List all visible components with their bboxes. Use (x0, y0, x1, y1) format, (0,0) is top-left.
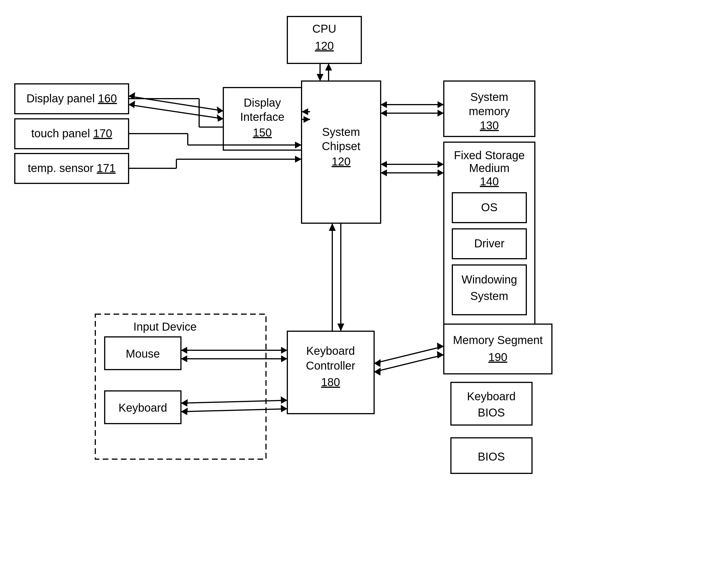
svg-text:130: 130 (480, 119, 499, 132)
diagram-main: text { font-family: Arial, sans-serif; f… (0, 0, 728, 574)
svg-text:120: 120 (332, 155, 351, 168)
svg-text:Mouse: Mouse (126, 347, 160, 360)
svg-text:Display panel 160: Display panel 160 (27, 92, 117, 105)
svg-text:Keyboard: Keyboard (467, 390, 515, 403)
svg-rect-158 (287, 331, 374, 414)
svg-text:OS: OS (481, 201, 498, 213)
svg-text:Keyboard: Keyboard (118, 402, 167, 414)
svg-text:Medium: Medium (469, 162, 509, 174)
svg-text:Driver: Driver (474, 237, 505, 250)
svg-text:120: 120 (315, 40, 334, 52)
svg-text:180: 180 (321, 376, 340, 388)
svg-text:Controller: Controller (306, 359, 355, 372)
svg-text:140: 140 (480, 175, 499, 188)
svg-text:touch panel 170: touch panel 170 (31, 127, 112, 139)
svg-text:Windowing: Windowing (461, 273, 517, 286)
svg-text:CPU: CPU (312, 23, 336, 35)
svg-text:System: System (470, 290, 508, 302)
svg-text:System: System (322, 126, 360, 138)
svg-text:Interface: Interface (240, 111, 284, 123)
svg-text:190: 190 (489, 351, 507, 363)
svg-rect-152 (95, 314, 266, 459)
svg-text:Display: Display (243, 96, 281, 109)
svg-text:Input Device: Input Device (133, 320, 197, 333)
svg-text:Memory Segment: Memory Segment (453, 334, 543, 346)
svg-rect-162 (444, 324, 552, 374)
svg-text:BIOS: BIOS (477, 450, 505, 463)
svg-text:Fixed Storage: Fixed Storage (454, 149, 525, 162)
svg-text:temp. sensor 171: temp. sensor 171 (28, 162, 115, 174)
svg-text:Keyboard: Keyboard (306, 344, 355, 357)
svg-text:150: 150 (253, 126, 272, 139)
svg-text:Chipset: Chipset (322, 140, 360, 152)
svg-text:memory: memory (469, 105, 510, 117)
svg-text:System: System (470, 91, 508, 103)
svg-text:BIOS: BIOS (477, 406, 505, 419)
